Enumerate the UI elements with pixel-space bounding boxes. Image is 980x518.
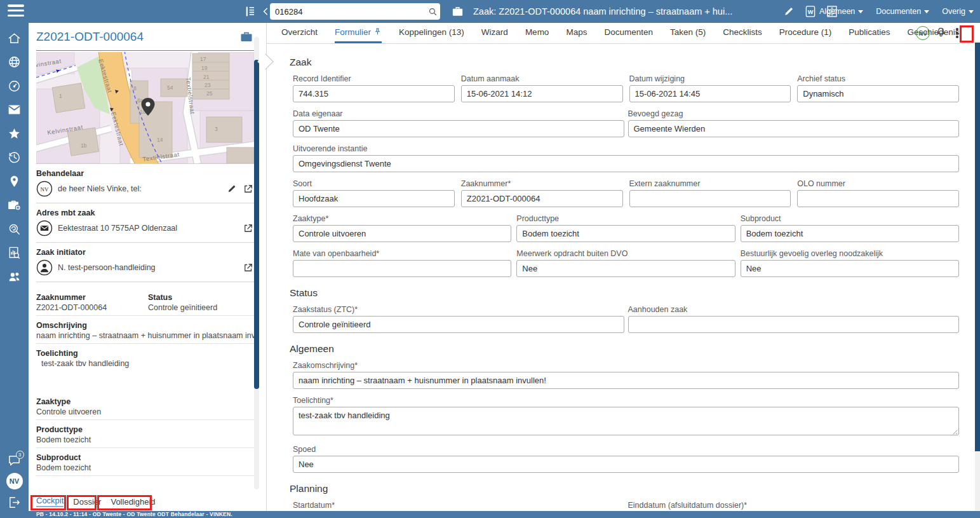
- logout-icon[interactable]: [7, 494, 22, 510]
- field-bevoegd-gezag: Bevoegd gezag: [628, 109, 960, 137]
- more-options-kebab-icon[interactable]: [952, 26, 962, 40]
- zaaktype-input[interactable]: [293, 225, 511, 242]
- search-again-icon[interactable]: [7, 221, 22, 236]
- open-external-icon[interactable]: [243, 183, 254, 194]
- section-title-algemeen: Algemeen: [290, 343, 959, 355]
- report-search-icon[interactable]: [7, 245, 22, 261]
- hamburger-menu-icon[interactable]: [8, 4, 24, 18]
- bestuurlijk-input[interactable]: [741, 260, 959, 277]
- tab-volledigheid[interactable]: Volledigheid: [111, 497, 155, 507]
- case-location-map[interactable]: Kelvinstraat Kelvinstraat Eektestraat Ee…: [36, 52, 254, 164]
- chat-badge: 3: [16, 451, 24, 459]
- location-pin-icon[interactable]: [7, 174, 22, 189]
- tab-documenten[interactable]: Documenten: [604, 23, 653, 43]
- tab-cockpit[interactable]: Cockpit: [36, 496, 64, 507]
- field-toelichting: Toelichting* test-zaak tbv handleiding: [293, 396, 959, 438]
- datum-aanmaak-input[interactable]: [461, 85, 623, 102]
- uitvoerende-instantie-input[interactable]: [293, 155, 959, 172]
- tab-koppelingen[interactable]: Koppelingen (13): [399, 23, 464, 43]
- producttype-input[interactable]: [516, 225, 735, 242]
- field-zaakstatus: Zaakstatus (ZTC)*: [293, 305, 624, 333]
- house-number: 8: [133, 85, 137, 92]
- tab-wizard[interactable]: Wizard: [481, 23, 508, 43]
- house-number: 14: [157, 137, 163, 143]
- aanhouden-zaak-input[interactable]: [628, 316, 960, 333]
- archief-status-input[interactable]: [797, 85, 959, 102]
- subproduct-input[interactable]: [741, 225, 959, 242]
- search-input[interactable]: [270, 4, 425, 18]
- field-subproduct: Subproduct: [741, 214, 959, 242]
- relations-users-icon[interactable]: [7, 269, 22, 284]
- soort-input[interactable]: [293, 190, 455, 207]
- tab-dossier[interactable]: Dossier: [73, 497, 101, 507]
- field-spoed: Spoed: [293, 445, 959, 473]
- case-briefcase-icon[interactable]: [450, 0, 465, 23]
- field-olo-nummer: OLO nummer: [797, 179, 959, 207]
- status-bar-text: PB - 14.10.2 - 11:14 - OD Twente - OD Tw…: [0, 511, 980, 518]
- tab-procedure[interactable]: Procedure (1): [779, 23, 832, 43]
- tab-maps[interactable]: Maps: [566, 23, 587, 43]
- mate-van-openbaarheid-input[interactable]: [293, 260, 511, 277]
- open-external-icon[interactable]: [243, 222, 254, 234]
- meerwerk-input[interactable]: [516, 260, 735, 277]
- menu-documenten[interactable]: Documenten: [876, 7, 929, 16]
- new-case-briefcase-icon[interactable]: [7, 198, 22, 213]
- recent-list-icon[interactable]: [243, 0, 274, 23]
- behandelaar-value: de heer Niels Vinke, tel:: [58, 184, 221, 193]
- dropdown-caret-icon: [969, 10, 974, 13]
- panel-divider: [266, 23, 267, 511]
- edit-pencil-icon[interactable]: [781, 4, 796, 19]
- svg-text:W: W: [808, 9, 814, 15]
- word-document-icon[interactable]: W: [803, 4, 818, 19]
- producttype-detail: Producttype Bodem toezicht: [36, 420, 254, 448]
- olo-nummer-input[interactable]: [797, 190, 959, 207]
- extern-zaaknummer-input[interactable]: [629, 190, 791, 207]
- house-number: 25: [206, 90, 213, 97]
- globe-icon[interactable]: [7, 55, 22, 70]
- user-avatar[interactable]: NV: [6, 473, 23, 489]
- section-title-planning: Planning: [290, 483, 959, 494]
- zaakstatus-input[interactable]: [293, 316, 624, 333]
- history-clock-icon[interactable]: [7, 150, 22, 165]
- menu-algemeen[interactable]: Algemeen: [819, 7, 863, 16]
- zaakomschrijving-input[interactable]: [293, 372, 959, 389]
- main-scrollbar[interactable]: [975, 41, 980, 511]
- notifications-bell-icon[interactable]: [935, 26, 947, 41]
- tab-overzicht[interactable]: Overzicht: [281, 23, 318, 43]
- home-icon[interactable]: [7, 31, 22, 46]
- open-external-icon[interactable]: [243, 262, 254, 273]
- mail-icon[interactable]: [7, 102, 22, 118]
- status-bar: PB - 14.10.2 - 11:14 - OD Twente - OD Tw…: [0, 511, 980, 518]
- record-identifier-input[interactable]: [293, 85, 455, 102]
- status-detail: Status Controle geïnitieerd: [148, 288, 254, 316]
- field-soort: Soort: [293, 179, 455, 207]
- toelichting-detail: Toelichting test-zaak tbv handleiding: [36, 344, 254, 392]
- initiator-label: Zaak initiator: [36, 248, 254, 257]
- panel-scrollbar-thumb[interactable]: [254, 60, 259, 389]
- menu-overig[interactable]: Overig: [942, 7, 974, 16]
- case-type-briefcase-icon: [239, 29, 254, 44]
- data-eigenaar-input[interactable]: [293, 120, 624, 137]
- edit-pencil-icon[interactable]: [226, 183, 238, 194]
- favorites-star-icon[interactable]: [7, 126, 22, 141]
- initiator-value: N. test-persoon-handleiding: [58, 263, 238, 272]
- search-icon[interactable]: [425, 4, 440, 19]
- tab-checklists[interactable]: Checklists: [723, 23, 762, 43]
- tab-taken[interactable]: Taken (5): [670, 23, 706, 43]
- tab-memo[interactable]: Memo: [525, 23, 549, 43]
- assignee-avatar[interactable]: NV: [916, 26, 930, 40]
- tab-publicaties[interactable]: Publicaties: [849, 23, 890, 43]
- zaaknummer-input[interactable]: [461, 190, 623, 207]
- toelichting-textarea[interactable]: test-zaak tbv handleiding: [293, 407, 959, 435]
- chat-messages-icon[interactable]: 3: [7, 453, 22, 468]
- main-scrollbar-thumb[interactable]: [975, 43, 980, 451]
- panel-scrollbar[interactable]: [254, 37, 259, 489]
- datum-wijziging-input[interactable]: [629, 85, 791, 102]
- tab-formulier[interactable]: Formulier: [335, 23, 382, 43]
- field-archief-status: Archief status: [797, 74, 959, 102]
- house-number: 54: [167, 85, 173, 91]
- dashboard-gauge-icon[interactable]: [7, 78, 22, 93]
- bevoegd-gezag-input[interactable]: [628, 120, 960, 137]
- house-number: 19: [201, 65, 208, 71]
- spoed-input[interactable]: [293, 456, 959, 473]
